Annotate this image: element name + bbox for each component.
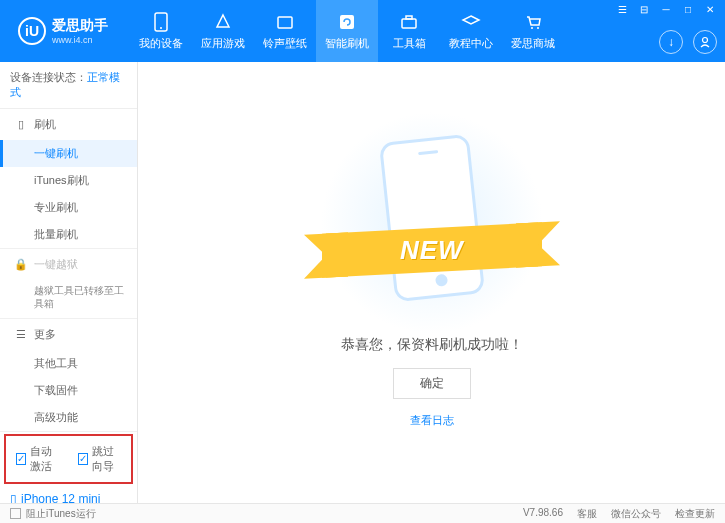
view-log-link[interactable]: 查看日志 [410, 413, 454, 428]
checkbox-icon: ✓ [78, 453, 88, 465]
sidebar-item-itunes-flash[interactable]: iTunes刷机 [0, 167, 137, 194]
nav-tutorials[interactable]: 教程中心 [440, 0, 502, 62]
sidebar: 设备连接状态：正常模式 ▯ 刷机 一键刷机 iTunes刷机 专业刷机 批量刷机… [0, 62, 138, 503]
main-content: NEW 恭喜您，保资料刷机成功啦！ 确定 查看日志 [138, 62, 725, 503]
support-link[interactable]: 客服 [577, 507, 597, 521]
svg-rect-2 [278, 17, 292, 28]
phone-illustration-icon [378, 133, 484, 302]
logo-area: iU 爱思助手 www.i4.cn [8, 17, 118, 45]
checkbox-skip-guide[interactable]: ✓ 跳过向导 [78, 444, 122, 474]
nav-label: 我的设备 [139, 36, 183, 51]
nav-ringtones[interactable]: 铃声壁纸 [254, 0, 316, 62]
sidebar-item-download-firmware[interactable]: 下载固件 [0, 377, 137, 404]
section-flash[interactable]: ▯ 刷机 [0, 109, 137, 140]
maximize-icon[interactable]: □ [681, 4, 695, 15]
section-more[interactable]: ☰ 更多 [0, 319, 137, 350]
check-update-link[interactable]: 检查更新 [675, 507, 715, 521]
block-itunes-label: 阻止iTunes运行 [26, 507, 96, 521]
success-message: 恭喜您，保资料刷机成功啦！ [341, 336, 523, 354]
wechat-link[interactable]: 微信公众号 [611, 507, 661, 521]
minimize-icon[interactable]: ─ [659, 4, 673, 15]
user-icon[interactable] [693, 30, 717, 54]
nav-label: 爱思商城 [511, 36, 555, 51]
sidebar-item-batch-flash[interactable]: 批量刷机 [0, 221, 137, 248]
app-title: 爱思助手 [52, 17, 108, 35]
folder-icon [275, 12, 295, 32]
nav-toolbox[interactable]: 工具箱 [378, 0, 440, 62]
svg-point-1 [160, 27, 162, 29]
nav-label: 应用游戏 [201, 36, 245, 51]
svg-rect-3 [340, 15, 354, 29]
main-nav: 我的设备 应用游戏 铃声壁纸 智能刷机 工具箱 教程中心 爱思商城 [130, 0, 564, 62]
sidebar-item-oneclick-flash[interactable]: 一键刷机 [0, 140, 137, 167]
graduation-icon [461, 12, 481, 32]
app-url: www.i4.cn [52, 35, 108, 45]
section-jailbreak: 🔒 一键越狱 [0, 249, 137, 280]
refresh-icon [337, 12, 357, 32]
nav-label: 工具箱 [393, 36, 426, 51]
version-label: V7.98.66 [523, 507, 563, 521]
options-highlighted: ✓ 自动激活 ✓ 跳过向导 [4, 434, 133, 484]
svg-rect-5 [406, 16, 412, 19]
phone-icon [151, 12, 171, 32]
status-bar: 阻止iTunes运行 V7.98.66 客服 微信公众号 检查更新 [0, 503, 725, 523]
app-header: iU 爱思助手 www.i4.cn 我的设备 应用游戏 铃声壁纸 智能刷机 工具… [0, 0, 725, 62]
download-icon[interactable]: ↓ [659, 30, 683, 54]
device-icon: ▯ [14, 118, 28, 131]
cart-icon [523, 12, 543, 32]
svg-point-6 [531, 27, 533, 29]
nav-label: 铃声壁纸 [263, 36, 307, 51]
jailbreak-note: 越狱工具已转移至工具箱 [0, 280, 137, 318]
close-icon[interactable]: ✕ [703, 4, 717, 15]
nav-label: 智能刷机 [325, 36, 369, 51]
svg-point-7 [537, 27, 539, 29]
menu-icon[interactable]: ☰ [615, 4, 629, 15]
nav-my-device[interactable]: 我的设备 [130, 0, 192, 62]
apps-icon [213, 12, 233, 32]
logo-icon: iU [18, 17, 46, 45]
sidebar-item-pro-flash[interactable]: 专业刷机 [0, 194, 137, 221]
nav-smart-flash[interactable]: 智能刷机 [316, 0, 378, 62]
svg-point-8 [703, 38, 708, 43]
connection-status: 设备连接状态：正常模式 [0, 62, 137, 109]
nav-store[interactable]: 爱思商城 [502, 0, 564, 62]
nav-label: 教程中心 [449, 36, 493, 51]
pin-icon[interactable]: ⊟ [637, 4, 651, 15]
svg-rect-4 [402, 19, 416, 28]
sidebar-item-advanced[interactable]: 高级功能 [0, 404, 137, 431]
checkbox-icon: ✓ [16, 453, 26, 465]
nav-apps[interactable]: 应用游戏 [192, 0, 254, 62]
toolbox-icon [399, 12, 419, 32]
window-controls: ☰ ⊟ ─ □ ✕ [615, 4, 717, 15]
sidebar-item-other-tools[interactable]: 其他工具 [0, 350, 137, 377]
checkbox-block-itunes[interactable] [10, 508, 21, 519]
hamburger-icon: ☰ [14, 328, 28, 341]
lock-icon: 🔒 [14, 258, 28, 271]
ok-button[interactable]: 确定 [393, 368, 471, 399]
success-illustration: NEW [332, 138, 532, 308]
checkbox-auto-activate[interactable]: ✓ 自动激活 [16, 444, 60, 474]
